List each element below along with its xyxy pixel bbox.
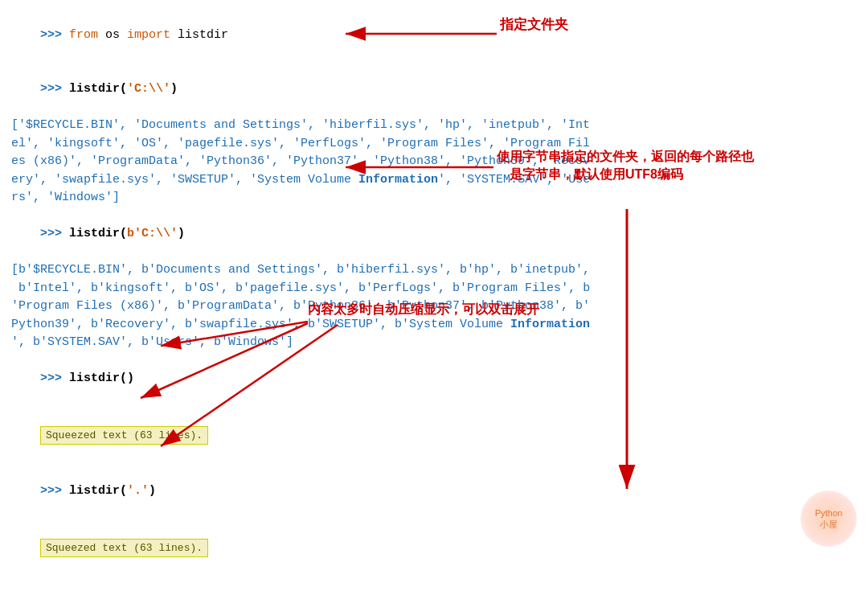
watermark: Python小屋 [800,490,857,547]
arg-1: 'C:\\' [127,82,170,96]
keyword-from: from [69,28,98,42]
prompt-3: >>> [40,227,69,240]
terminal-window: >>> from os import listdir >>> listdir('… [0,0,868,591]
output-byte-1: [b'$RECYCLE.BIN', b'Documents and Settin… [11,261,857,280]
func-listdir-3: listdir() [69,371,134,385]
code-line-2: >>> listdir('C:\\') [11,63,857,117]
code-line-3: >>> listdir(b'C:\\') [11,207,857,262]
squeezed-2[interactable]: Squeezed text (63 lines). [11,519,857,577]
arg-2: b'C:\\' [127,227,178,240]
output-line-1: ['$RECYCLE.BIN', 'Documents and Settings… [11,117,857,135]
func-listdir-2: listdir( [69,227,127,240]
output-line-5: rs', 'Windows'] [11,189,857,207]
keyword-import: import [127,28,170,42]
code-line-4: >>> listdir() [11,352,857,407]
func-listdir-1: listdir( [69,82,127,96]
arg-3: '.' [127,484,149,498]
output-line-3: es (x86)', 'ProgramData', 'Python36', 'P… [11,153,857,171]
prompt-1: >>> [40,28,69,42]
prompt-5: >>> [40,484,69,498]
code-line-5: >>> listdir('.') [11,465,857,519]
output-byte-3: 'Program Files (x86)', b'ProgramData', b… [11,298,857,316]
squeezed-text-1[interactable]: Squeezed text (63 lines). [40,426,208,445]
prompt-2: >>> [40,82,69,96]
squeezed-1[interactable]: Squeezed text (63 lines). [11,406,857,465]
output-line-2: el', 'kingsoft', 'OS', 'pagefile.sys', '… [11,135,857,154]
squeezed-text-2[interactable]: Squeezed text (63 lines). [40,539,208,558]
output-byte-2: b'Intel', b'kingsoft', b'OS', b'pagefile… [11,280,857,298]
code-line-6: >>> listdir(b'.') [11,577,857,592]
prompt-4: >>> [40,371,69,385]
output-byte-4: Python39', b'Recovery', b'swapfile.sys',… [11,316,857,334]
output-line-4: ery', 'swapfile.sys', 'SWSETUP', 'System… [11,171,857,190]
watermark-text: Python小屋 [815,507,842,531]
output-byte-5: ', b'SYSTEM.SAV', b'Users', b'Windows'] [11,334,857,352]
code-line-1: >>> from os import listdir [11,8,857,63]
func-listdir-4: listdir( [69,484,127,498]
